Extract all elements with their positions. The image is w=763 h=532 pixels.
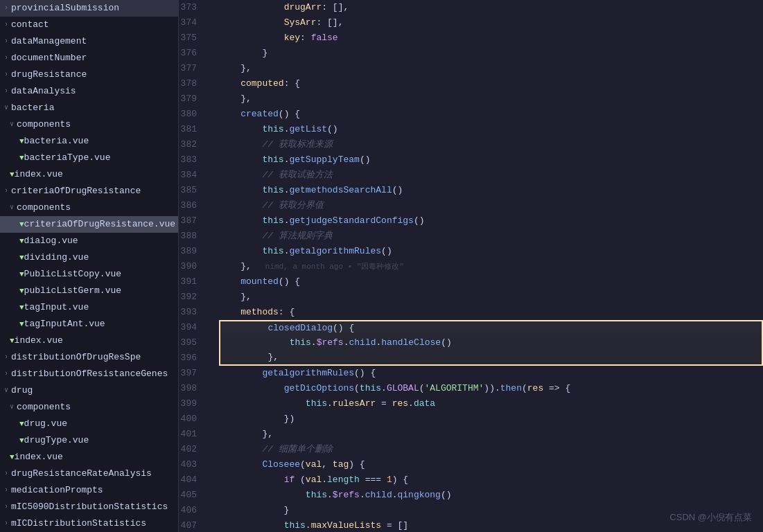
code-line-384: // 获取试验方法 [219,168,763,183]
item-label: publicListGerm.vue [24,284,121,298]
vue-file-icon: ▼ [19,251,24,265]
code-line-381: this.getList() [219,122,763,137]
code-line-376: } [219,46,763,61]
sidebar-item-bacteriaType-vue[interactable]: ▼ bacteriaType.vue [0,150,178,166]
item-label: criteriaOfDrugResistance [11,184,141,198]
sidebar-item-publicListCopy-vue[interactable]: ▼ PublicListCopy.vue [0,266,178,283]
chevron-down-icon: ∨ [4,101,8,115]
code-line-395: this.$refs.child.handleClose() [219,335,763,351]
chevron-down-icon: ∨ [10,118,14,132]
vue-file-icon: ▼ [19,267,24,281]
sidebar-item-bacteria-components[interactable]: ∨ components [0,116,178,133]
code-line-374: SysArr: [], [219,15,763,30]
arrow-icon: › [4,500,8,514]
item-label: medicationPrompts [11,484,103,497]
code-line-388: // 算法规则字典 [219,229,763,244]
item-label: drug [11,384,33,398]
code-line-396: }, [219,351,763,366]
arrow-icon: › [4,51,8,65]
vue-file-icon: ▼ [10,168,15,181]
item-label: bacteria [11,101,54,115]
item-label: PublicListCopy.vue [24,267,121,281]
vue-file-icon: ▼ [19,417,24,431]
item-label: index.vue [15,168,63,181]
code-line-399: this.rulesArr = res.data [219,396,763,411]
sidebar-item-mICDistribution[interactable]: › mICDistributionStatistics [0,515,178,532]
item-label: contact [11,18,49,32]
sidebar-item-tagInput-vue[interactable]: ▼ tagInput.vue [0,299,178,316]
chevron-down-icon: ∨ [10,201,14,215]
item-label: tagInputAnt.vue [24,317,105,331]
watermark: CSDN @小倪有点菜 [669,511,752,524]
code-line-404: if (val.length === 1) { [219,472,763,488]
vue-file-icon: ▼ [19,434,24,447]
chevron-down-icon: ∨ [4,384,8,398]
code-line-386: // 获取分界值 [219,198,763,213]
sidebar-item-criteriaOfDrugResistance[interactable]: › criteriaOfDrugResistance [0,183,178,200]
item-label: components [17,201,71,215]
vue-file-icon: ▼ [19,218,24,231]
sidebar-item-medicationPrompts[interactable]: › medicationPrompts [0,482,178,499]
item-label: tagInput.vue [24,301,89,314]
file-tree[interactable]: › provincialSubmission › contact › dataM… [0,0,179,532]
item-label: drug.vue [24,417,67,431]
sidebar-item-criteria-components[interactable]: ∨ components [0,200,178,216]
code-line-393: methods: { [219,305,763,320]
code-line-392: }, [219,290,763,305]
code-line-397: getalgorithmRules() { [219,366,763,381]
chevron-down-icon: ∨ [10,400,14,414]
code-line-375: key: false [219,30,763,46]
sidebar-item-mIC5090[interactable]: › mIC5090DistributionStatistics [0,499,178,515]
item-label: bacteria.vue [24,134,89,148]
sidebar-item-bacteria[interactable]: ∨ bacteria [0,100,178,116]
arrow-icon: › [4,351,8,364]
arrow-icon: › [4,1,8,15]
vue-file-icon: ▼ [10,334,15,348]
sidebar-item-dividing-vue[interactable]: ▼ dividing.vue [0,249,178,266]
code-line-387: this.getjudgeStandardConfigs() [219,213,763,229]
sidebar-item-tagInputAnt-vue[interactable]: ▼ tagInputAnt.vue [0,316,178,332]
sidebar-item-drug-vue[interactable]: ▼ drug.vue [0,416,178,432]
code-editor: 373 374 375 376 377 378 379 380 381 382 … [179,0,763,532]
code-line-390: },nimd, a month ago • "因毒种修改" [219,259,763,274]
sidebar-item-distributionOfDrugResSpe[interactable]: › distributionOfDrugResSpe [0,349,178,366]
item-label: index.vue [15,334,63,348]
code-content[interactable]: drugArr: [], SysArr: [], key: false } }, [213,0,763,532]
sidebar-item-drug[interactable]: ∨ drug [0,382,178,399]
item-label: distributionOfDrugResSpe [11,351,141,364]
code-line-385: this.getmethodsSearchAll() [219,183,763,198]
sidebar-item-drug-index[interactable]: ▼ index.vue [0,449,178,466]
sidebar-item-provincialSubmission[interactable]: › provincialSubmission [0,0,178,17]
item-label: components [17,400,71,414]
item-label: mIC5090DistributionStatistics [11,500,168,514]
sidebar-item-documentNumber[interactable]: › documentNumber [0,50,178,66]
code-line-391: mounted() { [219,274,763,290]
arrow-icon: › [4,85,8,98]
sidebar-item-bacteria-index[interactable]: ▼ index.vue [0,166,178,183]
item-label: criteriaOfDrugResistance.vue [24,218,175,231]
sidebar-item-dataManagement[interactable]: › dataManagement [0,33,178,50]
sidebar-item-drugType-vue[interactable]: ▼ drugType.vue [0,432,178,449]
code-line-378: computed: { [219,76,763,91]
sidebar-item-drugResistance[interactable]: › drugResistance [0,66,178,83]
arrow-icon: › [4,35,8,48]
arrow-icon: › [4,467,8,481]
code-line-403: Closeee(val, tag) { [219,457,763,472]
sidebar-item-dataAnalysis[interactable]: › dataAnalysis [0,83,178,100]
sidebar-item-drugResistanceRateAnalysis[interactable]: › drugResistanceRateAnalysis [0,466,178,482]
sidebar-item-contact[interactable]: › contact [0,17,178,33]
item-label: dialog.vue [24,234,78,248]
code-line-401: }, [219,427,763,442]
sidebar-item-bacteria-vue[interactable]: ▼ bacteria.vue [0,133,178,150]
item-label: provincialSubmission [11,1,119,15]
item-label: dataAnalysis [11,85,76,98]
sidebar-item-drug-components[interactable]: ∨ components [0,399,178,416]
sidebar-item-criteriaOfDrugResistance-vue[interactable]: ▼ criteriaOfDrugResistance.vue [0,216,178,233]
vue-file-icon: ▼ [19,151,24,165]
code-line-405: this.$refs.child.qingkong() [219,488,763,503]
sidebar-item-distributionOfResistanceGenes[interactable]: › distributionOfResistanceGenes [0,366,178,382]
sidebar-item-dialog-vue[interactable]: ▼ dialog.vue [0,233,178,249]
code-line-383: this.getSupplyTeam() [219,152,763,168]
sidebar-item-criteria-index[interactable]: ▼ index.vue [0,332,178,349]
sidebar-item-publicListGerm-vue[interactable]: ▼ publicListGerm.vue [0,283,178,299]
